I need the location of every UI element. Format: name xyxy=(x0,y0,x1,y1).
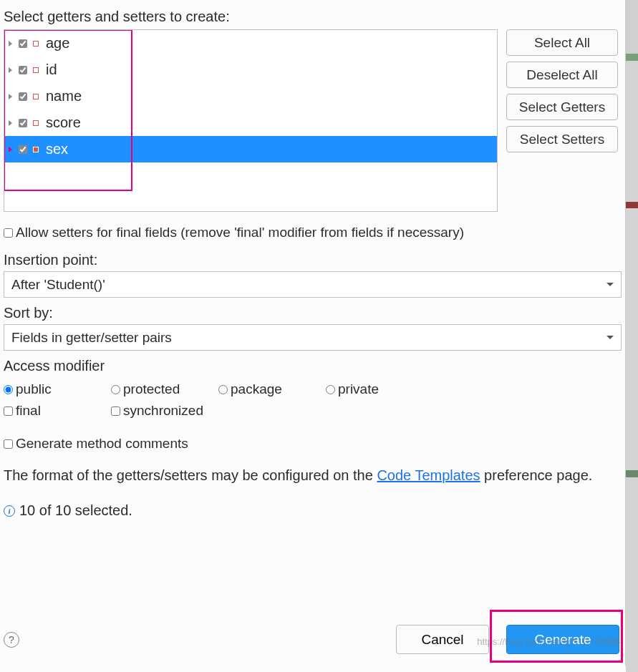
protected-radio[interactable] xyxy=(111,385,120,394)
field-label: name xyxy=(46,88,82,104)
access-modifier-label: Access modifier xyxy=(4,358,622,379)
field-checkbox[interactable] xyxy=(19,145,27,154)
chevron-down-icon xyxy=(606,283,614,286)
help-icon[interactable]: ? xyxy=(4,632,19,648)
expand-icon[interactable] xyxy=(7,147,13,152)
field-item-score[interactable]: score xyxy=(4,109,497,136)
sort-by-select[interactable]: Fields in getter/setter pairs xyxy=(4,324,622,351)
synchronized-checkbox[interactable] xyxy=(111,406,120,416)
field-icon xyxy=(33,120,39,126)
field-icon xyxy=(33,67,39,73)
field-checkbox[interactable] xyxy=(19,66,27,74)
select-setters-button[interactable]: Select Setters xyxy=(506,126,618,152)
field-item-sex[interactable]: sex xyxy=(4,136,497,162)
select-getters-button[interactable]: Select Getters xyxy=(506,94,618,120)
cancel-button[interactable]: Cancel xyxy=(396,625,489,654)
field-item-age[interactable]: age xyxy=(4,30,497,57)
dialog: Select getters and setters to create: ag… xyxy=(0,0,626,666)
field-label: score xyxy=(46,115,81,131)
allow-final-label: Allow setters for final fields (remove '… xyxy=(16,225,464,240)
field-label: age xyxy=(46,35,69,52)
select-all-button[interactable]: Select All xyxy=(506,29,618,56)
generate-button[interactable]: Generate xyxy=(506,625,619,654)
field-icon xyxy=(33,41,39,47)
sort-by-value: Fields in getter/setter pairs xyxy=(11,330,172,346)
field-tree[interactable]: ageidnamescoresex xyxy=(4,29,498,212)
allow-final-checkbox[interactable] xyxy=(4,228,13,238)
hint-text: The format of the getters/setters may be… xyxy=(0,456,625,490)
public-label: public xyxy=(16,381,52,397)
sort-by-label: Sort by: xyxy=(0,298,625,324)
bottom-bar: ? Cancel Generate xyxy=(4,625,619,654)
chevron-down-icon xyxy=(606,336,614,339)
final-label: final xyxy=(16,403,41,419)
public-radio[interactable] xyxy=(4,385,13,394)
generate-comments-label: Generate method comments xyxy=(16,436,188,452)
field-checkbox[interactable] xyxy=(19,119,27,127)
field-item-id[interactable]: id xyxy=(4,57,497,83)
status-bar: i 10 of 10 selected. xyxy=(0,490,625,525)
info-icon: i xyxy=(4,505,15,517)
deselect-all-button[interactable]: Deselect All xyxy=(506,62,618,88)
field-icon xyxy=(33,94,39,99)
field-checkbox[interactable] xyxy=(19,39,27,48)
code-templates-link[interactable]: Code Templates xyxy=(377,467,480,483)
field-label: id xyxy=(46,62,57,78)
field-item-name[interactable]: name xyxy=(4,83,497,109)
window-edge xyxy=(626,0,638,672)
access-modifier-group: Access modifier public protected package… xyxy=(4,358,622,422)
generate-comments-checkbox[interactable] xyxy=(4,439,13,449)
expand-icon[interactable] xyxy=(7,120,13,126)
final-checkbox[interactable] xyxy=(4,406,13,416)
field-checkbox[interactable] xyxy=(19,92,27,101)
insertion-point-select[interactable]: After 'Student()' xyxy=(4,271,622,298)
insertion-point-label: Insertion point: xyxy=(0,245,625,271)
synchronized-label: synchronized xyxy=(123,403,203,419)
title-label: Select getters and setters to create: xyxy=(0,0,625,29)
main-area: ageidnamescoresex Select All Deselect Al… xyxy=(0,29,625,212)
insertion-point-value: After 'Student()' xyxy=(11,277,105,293)
package-radio[interactable] xyxy=(218,385,228,394)
expand-icon[interactable] xyxy=(7,41,13,47)
package-label: package xyxy=(231,381,282,397)
status-text: 10 of 10 selected. xyxy=(19,502,132,519)
protected-label: protected xyxy=(123,381,180,397)
field-icon xyxy=(33,147,39,152)
private-radio[interactable] xyxy=(326,385,335,394)
expand-icon[interactable] xyxy=(7,67,13,73)
private-label: private xyxy=(338,381,379,397)
side-buttons: Select All Deselect All Select Getters S… xyxy=(506,29,618,212)
expand-icon[interactable] xyxy=(7,94,13,99)
field-label: sex xyxy=(46,141,68,157)
